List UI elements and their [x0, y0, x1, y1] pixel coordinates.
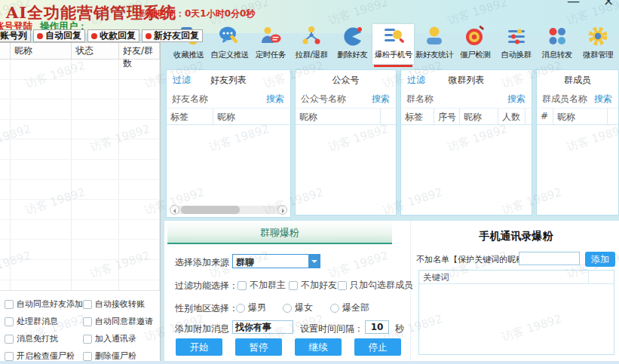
- interval-input[interactable]: [365, 320, 389, 334]
- option-mute-message[interactable]: 消息免打扰: [5, 333, 58, 344]
- blacklist-input[interactable]: [519, 252, 580, 265]
- toolbar-item-timed-task[interactable]: 定时任务: [250, 24, 291, 64]
- interval-unit-label: 秒: [395, 323, 404, 335]
- filter-only-checked[interactable]: 只加勾选群成员: [338, 279, 413, 292]
- message-forward-icon: [546, 25, 568, 47]
- table-row: [0, 80, 160, 100]
- continue-button[interactable]: 继续: [295, 338, 342, 356]
- group-name-label: 群名称: [406, 93, 434, 106]
- toolbar-item-message-forward[interactable]: 消息转发: [537, 24, 578, 64]
- column-header-select: [0, 43, 11, 59]
- tab-payment-reply[interactable]: 收款回复: [87, 29, 139, 42]
- option-auto-accept-group-invite[interactable]: 自动同意群邀请: [83, 316, 153, 327]
- option-check-zombie-fans[interactable]: 开启检查僵尸粉: [5, 350, 75, 362]
- table-row: [0, 120, 160, 140]
- toolbar-item-delete-friend[interactable]: 删除好友: [332, 24, 372, 64]
- column-header-extra: [608, 109, 618, 124]
- table-row: [0, 99, 160, 120]
- filter-no-friend[interactable]: 不加好友: [289, 279, 337, 292]
- search-link[interactable]: 搜索: [594, 93, 612, 106]
- option-join-contacts[interactable]: 加入通讯录: [83, 333, 136, 344]
- filter-no-owner[interactable]: 不加群主: [237, 279, 286, 292]
- toolbar-item-group-manage[interactable]: 微群管理: [578, 24, 618, 64]
- official-account-panel: 公众号 公众号名称搜索 昵称: [295, 69, 397, 216]
- scroll-right-button[interactable]: [277, 205, 287, 215]
- pause-button[interactable]: 暂停: [235, 338, 282, 356]
- option-auto-accept-friend[interactable]: 自动同意好友添加: [5, 298, 83, 310]
- scroll-left-button[interactable]: [170, 205, 179, 215]
- option-handle-group-message[interactable]: 处理群消息: [5, 316, 58, 327]
- gender-all[interactable]: 爆全部: [330, 301, 369, 314]
- option-label: 自动接收转账: [95, 298, 145, 310]
- toolbar-item-label: 自定义推送: [209, 50, 250, 60]
- horizontal-scrollbar[interactable]: [170, 205, 287, 215]
- filter-link[interactable]: 过滤: [173, 74, 191, 87]
- scrollbar-thumb[interactable]: [181, 206, 240, 214]
- start-button[interactable]: 开始: [176, 338, 222, 356]
- delete-friend-icon: [341, 25, 363, 47]
- toolbar-item-zombie-check[interactable]: 僵尸检测: [455, 24, 495, 64]
- checkbox-icon: [338, 281, 347, 290]
- chevron-down-icon[interactable]: [308, 255, 320, 268]
- table-row: [0, 160, 160, 180]
- toolbar-item-label: 僵尸检测: [455, 50, 495, 60]
- app-window: AI全功能营销管理系统 到期时间：0天1小时0分0秒 — × 账号登陆操作用户：…: [0, 0, 619, 364]
- option-label: 爆全部: [342, 301, 369, 314]
- account-tabs: 账号列 自动回复 收款回复 新好友回复: [0, 28, 161, 42]
- message-input[interactable]: [232, 320, 293, 334]
- search-link[interactable]: 搜索: [507, 93, 526, 106]
- close-button[interactable]: ×: [603, 0, 614, 8]
- table-row: [0, 220, 160, 240]
- option-delete-zombie-fans[interactable]: 删除僵尸粉: [83, 350, 136, 362]
- search-link[interactable]: 搜索: [372, 93, 390, 106]
- stop-button[interactable]: 停止: [354, 338, 401, 356]
- option-label: 爆男: [248, 301, 266, 314]
- filter-option-label: 过滤功能选择：: [175, 280, 238, 292]
- column-header-extra: [526, 109, 532, 124]
- toolbar-item-join-quit-group[interactable]: 拉群/退群: [291, 24, 332, 64]
- source-dropdown[interactable]: 群聊: [232, 254, 320, 268]
- column-header-keyword: 关键词: [419, 271, 589, 283]
- toolbar-item-label: 自动换群: [495, 50, 536, 60]
- toolbar-item-label: 拉群/退群: [291, 50, 332, 60]
- contacts-blast-title: 手机通讯录爆粉: [413, 230, 619, 243]
- tab-new-friend-reply[interactable]: 新好友回复: [142, 29, 203, 42]
- option-auto-receive-transfer[interactable]: 自动接收转账: [83, 298, 145, 310]
- column-header-status: 状态: [72, 43, 119, 59]
- search-link[interactable]: 搜索: [266, 93, 284, 106]
- toolbar-item-label: 定时任务: [250, 50, 291, 60]
- tab-label: 自动回复: [45, 29, 81, 42]
- group-blast-title: 群聊爆粉: [260, 227, 299, 238]
- gender-male[interactable]: 爆男: [236, 301, 266, 314]
- tab-account-list[interactable]: 账号列: [0, 29, 31, 42]
- toolbar-item-new-friend-stats[interactable]: 新好友统计: [414, 24, 455, 64]
- table-row: [0, 60, 160, 80]
- friend-name-label: 好友名称: [172, 93, 208, 106]
- toolbar-item-label: 爆粉手机号: [372, 50, 413, 60]
- bottom-section: 群聊爆粉 选择添加来源： 群聊 过滤功能选择： 不加群主 不加好友 只加勾选群成…: [164, 221, 619, 361]
- toolbar-item-custom-push[interactable]: 自定义推送: [209, 24, 250, 64]
- checkbox-icon: [5, 352, 14, 361]
- option-label: 删除僵尸粉: [95, 350, 136, 362]
- filter-link[interactable]: 过滤: [407, 74, 425, 87]
- toolbar-item-label: 收藏推送: [168, 50, 209, 60]
- column-header-nickname: 昵称: [296, 109, 381, 124]
- red-dot-icon: [91, 33, 97, 39]
- option-label: 加入通讯录: [95, 333, 136, 344]
- table-row: [0, 240, 160, 260]
- minimize-button[interactable]: —: [567, 0, 580, 8]
- group-manage-icon: [587, 25, 609, 47]
- gender-label: 性别地区选择：: [175, 302, 238, 315]
- gender-female[interactable]: 爆女: [283, 301, 313, 314]
- add-keyword-button[interactable]: 添加: [585, 252, 615, 267]
- column-header-extra: [381, 109, 396, 124]
- tab-label: 收款回复: [100, 29, 136, 42]
- tab-auto-reply[interactable]: 自动回复: [33, 29, 85, 42]
- toolbar-item-phone-blast[interactable]: 爆粉手机号: [372, 24, 413, 64]
- member-name-label: 群成员名称: [542, 93, 587, 106]
- phone-blast-icon: [382, 25, 405, 47]
- checkbox-icon: [5, 335, 14, 344]
- toolbar-item-auto-switch-group[interactable]: 自动换群: [495, 24, 536, 64]
- checkbox-icon: [5, 300, 14, 309]
- auto-switch-group-icon: [505, 25, 528, 47]
